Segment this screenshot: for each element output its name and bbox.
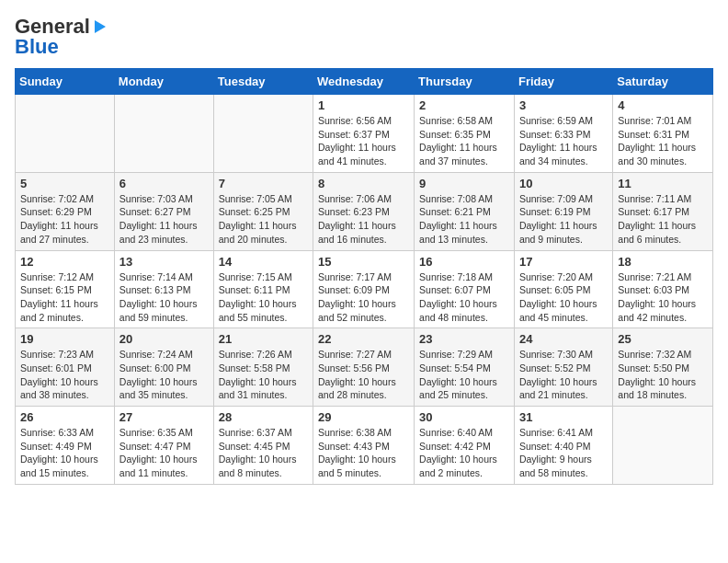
calendar-cell: 5Sunrise: 7:02 AM Sunset: 6:29 PM Daylig… [16, 172, 115, 250]
day-info: Sunrise: 6:37 AM Sunset: 4:45 PM Dayligh… [219, 426, 308, 480]
day-number: 27 [119, 410, 209, 424]
day-number: 30 [419, 410, 509, 424]
calendar-cell: 6Sunrise: 7:03 AM Sunset: 6:27 PM Daylig… [114, 172, 213, 250]
day-number: 2 [419, 98, 509, 112]
col-header-sunday: Sunday [16, 69, 115, 95]
calendar-cell: 22Sunrise: 7:27 AM Sunset: 5:56 PM Dayli… [313, 328, 415, 407]
calendar-cell: 12Sunrise: 7:12 AM Sunset: 6:15 PM Dayli… [16, 250, 115, 328]
logo-arrow-icon [91, 18, 108, 35]
col-header-friday: Friday [514, 69, 612, 95]
day-info: Sunrise: 7:06 AM Sunset: 6:23 PM Dayligh… [318, 192, 409, 247]
col-header-thursday: Thursday [415, 69, 515, 95]
day-info: Sunrise: 7:12 AM Sunset: 6:15 PM Dayligh… [20, 270, 109, 325]
calendar-body: 1Sunrise: 6:56 AM Sunset: 6:37 PM Daylig… [16, 95, 713, 485]
day-number: 1 [318, 98, 409, 112]
day-number: 22 [318, 332, 409, 346]
day-number: 15 [318, 255, 409, 269]
day-info: Sunrise: 7:02 AM Sunset: 6:29 PM Dayligh… [20, 192, 109, 247]
day-info: Sunrise: 7:09 AM Sunset: 6:19 PM Dayligh… [519, 192, 608, 247]
calendar-week-row: 5Sunrise: 7:02 AM Sunset: 6:29 PM Daylig… [16, 172, 713, 250]
logo-blue: Blue [15, 35, 59, 59]
day-info: Sunrise: 7:23 AM Sunset: 6:01 PM Dayligh… [20, 348, 109, 402]
col-header-wednesday: Wednesday [313, 69, 415, 95]
day-number: 16 [419, 255, 509, 269]
calendar-cell: 7Sunrise: 7:05 AM Sunset: 6:25 PM Daylig… [213, 172, 313, 250]
day-info: Sunrise: 6:58 AM Sunset: 6:35 PM Dayligh… [419, 114, 509, 168]
day-info: Sunrise: 6:40 AM Sunset: 4:42 PM Dayligh… [419, 426, 509, 480]
day-info: Sunrise: 7:08 AM Sunset: 6:21 PM Dayligh… [419, 192, 509, 247]
svg-marker-0 [95, 20, 106, 33]
day-number: 21 [219, 332, 308, 346]
calendar-cell: 9Sunrise: 7:08 AM Sunset: 6:21 PM Daylig… [415, 172, 515, 250]
calendar-cell: 26Sunrise: 6:33 AM Sunset: 4:49 PM Dayli… [16, 407, 115, 485]
day-number: 24 [519, 332, 608, 346]
day-info: Sunrise: 7:11 AM Sunset: 6:17 PM Dayligh… [618, 192, 708, 247]
day-info: Sunrise: 6:35 AM Sunset: 4:47 PM Dayligh… [119, 426, 209, 480]
day-info: Sunrise: 7:15 AM Sunset: 6:11 PM Dayligh… [219, 270, 308, 325]
day-info: Sunrise: 7:18 AM Sunset: 6:07 PM Dayligh… [419, 270, 509, 325]
day-number: 3 [519, 98, 608, 112]
day-number: 6 [119, 177, 209, 190]
calendar-cell: 27Sunrise: 6:35 AM Sunset: 4:47 PM Dayli… [114, 407, 213, 485]
day-number: 7 [219, 177, 308, 190]
day-info: Sunrise: 7:20 AM Sunset: 6:05 PM Dayligh… [519, 270, 608, 325]
day-number: 19 [20, 332, 109, 346]
day-info: Sunrise: 7:01 AM Sunset: 6:31 PM Dayligh… [618, 114, 708, 168]
calendar-cell: 21Sunrise: 7:26 AM Sunset: 5:58 PM Dayli… [213, 328, 313, 407]
calendar-cell: 10Sunrise: 7:09 AM Sunset: 6:19 PM Dayli… [514, 172, 612, 250]
day-number: 5 [20, 177, 109, 190]
day-info: Sunrise: 7:14 AM Sunset: 6:13 PM Dayligh… [119, 270, 209, 325]
day-number: 26 [20, 410, 109, 424]
calendar-cell [613, 407, 713, 485]
day-info: Sunrise: 6:38 AM Sunset: 4:43 PM Dayligh… [318, 426, 409, 480]
calendar-week-row: 1Sunrise: 6:56 AM Sunset: 6:37 PM Daylig… [16, 95, 713, 173]
calendar-week-row: 12Sunrise: 7:12 AM Sunset: 6:15 PM Dayli… [16, 250, 713, 328]
calendar-cell: 20Sunrise: 7:24 AM Sunset: 6:00 PM Dayli… [114, 328, 213, 407]
calendar-table: SundayMondayTuesdayWednesdayThursdayFrid… [15, 68, 713, 485]
calendar-cell: 18Sunrise: 7:21 AM Sunset: 6:03 PM Dayli… [613, 250, 713, 328]
day-number: 20 [119, 332, 209, 346]
col-header-saturday: Saturday [613, 69, 713, 95]
day-number: 18 [618, 255, 708, 269]
calendar-cell: 23Sunrise: 7:29 AM Sunset: 5:54 PM Dayli… [415, 328, 515, 407]
day-number: 17 [519, 255, 608, 269]
day-number: 11 [618, 177, 708, 190]
day-info: Sunrise: 6:33 AM Sunset: 4:49 PM Dayligh… [20, 426, 109, 480]
day-info: Sunrise: 6:41 AM Sunset: 4:40 PM Dayligh… [519, 426, 608, 480]
calendar-cell: 14Sunrise: 7:15 AM Sunset: 6:11 PM Dayli… [213, 250, 313, 328]
day-info: Sunrise: 7:21 AM Sunset: 6:03 PM Dayligh… [618, 270, 708, 325]
day-number: 29 [318, 410, 409, 424]
calendar-cell: 13Sunrise: 7:14 AM Sunset: 6:13 PM Dayli… [114, 250, 213, 328]
day-number: 4 [618, 98, 708, 112]
calendar-cell: 4Sunrise: 7:01 AM Sunset: 6:31 PM Daylig… [613, 95, 713, 173]
calendar-cell: 24Sunrise: 7:30 AM Sunset: 5:52 PM Dayli… [514, 328, 612, 407]
day-info: Sunrise: 7:32 AM Sunset: 5:50 PM Dayligh… [618, 348, 708, 402]
day-number: 10 [519, 177, 608, 190]
day-number: 23 [419, 332, 509, 346]
calendar-cell: 8Sunrise: 7:06 AM Sunset: 6:23 PM Daylig… [313, 172, 415, 250]
calendar-cell: 11Sunrise: 7:11 AM Sunset: 6:17 PM Dayli… [613, 172, 713, 250]
day-number: 25 [618, 332, 708, 346]
day-number: 9 [419, 177, 509, 190]
day-number: 14 [219, 255, 308, 269]
day-number: 28 [219, 410, 308, 424]
calendar-cell: 19Sunrise: 7:23 AM Sunset: 6:01 PM Dayli… [16, 328, 115, 407]
calendar-cell: 2Sunrise: 6:58 AM Sunset: 6:35 PM Daylig… [415, 95, 515, 173]
day-info: Sunrise: 7:29 AM Sunset: 5:54 PM Dayligh… [419, 348, 509, 402]
calendar-cell [213, 95, 313, 173]
day-info: Sunrise: 6:56 AM Sunset: 6:37 PM Dayligh… [318, 114, 409, 168]
calendar-week-row: 19Sunrise: 7:23 AM Sunset: 6:01 PM Dayli… [16, 328, 713, 407]
calendar-cell: 28Sunrise: 6:37 AM Sunset: 4:45 PM Dayli… [213, 407, 313, 485]
calendar-cell: 1Sunrise: 6:56 AM Sunset: 6:37 PM Daylig… [313, 95, 415, 173]
calendar-cell: 25Sunrise: 7:32 AM Sunset: 5:50 PM Dayli… [613, 328, 713, 407]
day-info: Sunrise: 7:05 AM Sunset: 6:25 PM Dayligh… [219, 192, 308, 247]
day-info: Sunrise: 7:03 AM Sunset: 6:27 PM Dayligh… [119, 192, 209, 247]
day-info: Sunrise: 7:26 AM Sunset: 5:58 PM Dayligh… [219, 348, 308, 402]
calendar-cell: 16Sunrise: 7:18 AM Sunset: 6:07 PM Dayli… [415, 250, 515, 328]
calendar-cell: 15Sunrise: 7:17 AM Sunset: 6:09 PM Dayli… [313, 250, 415, 328]
calendar-cell: 17Sunrise: 7:20 AM Sunset: 6:05 PM Dayli… [514, 250, 612, 328]
day-number: 8 [318, 177, 409, 190]
day-info: Sunrise: 7:27 AM Sunset: 5:56 PM Dayligh… [318, 348, 409, 402]
col-header-monday: Monday [114, 69, 213, 95]
day-number: 12 [20, 255, 109, 269]
